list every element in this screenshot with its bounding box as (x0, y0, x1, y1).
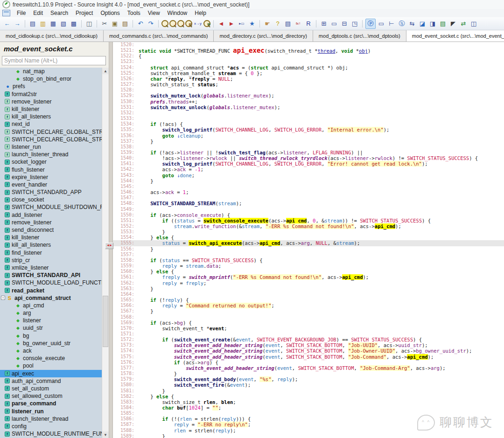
selection-tool-icon[interactable]: ▭ (377, 19, 386, 28)
code-line[interactable]: 1567: } (113, 308, 504, 314)
code-line[interactable]: 1530: prefs.threads++; (113, 99, 504, 104)
code-line[interactable]: 1559: reply = stream.data; (113, 263, 504, 269)
search-project-icon[interactable]: ✉ (203, 20, 210, 27)
code-line[interactable]: 1545: (113, 184, 504, 189)
code-line[interactable]: 1565: if (!reply) { (113, 297, 504, 303)
symbol-item[interactable]: ◆bg (0, 332, 102, 340)
undo-icon[interactable]: ↶ (136, 19, 145, 28)
code-line[interactable]: 1534: if (!acs) { (113, 121, 504, 127)
symbol-item[interactable]: fSWITCH_MODULE_SHUTDOWN_F (0, 203, 102, 211)
code-line[interactable]: 1526: char *reply, *freply = NULL; (113, 76, 504, 82)
menu-search[interactable]: Search (47, 9, 72, 17)
replace-icon[interactable]: x→y (193, 19, 203, 28)
code-line[interactable]: 1523: (113, 59, 504, 64)
code-line[interactable]: 1555: status = switch_api_execute(acs->a… (113, 240, 504, 246)
symbol-item[interactable]: fkill_all_listeners (0, 241, 102, 249)
symbol-item[interactable]: flaunch_listener_thread (0, 415, 102, 423)
scrollbar-thumb[interactable] (103, 296, 108, 347)
navigate-forward-icon[interactable]: → (13, 19, 22, 28)
help-book-icon[interactable]: ▤ (283, 19, 293, 28)
code-line[interactable]: 1544: } (113, 178, 504, 184)
symbol-item[interactable]: fkill_listener (0, 105, 102, 113)
symbol-item[interactable]: -Sapi_command_struct (0, 294, 102, 302)
symbol-item[interactable]: fkill_all_listeners (0, 113, 102, 120)
layout-grid-icon[interactable]: ⊞ (319, 19, 329, 28)
code-line[interactable]: 1589: } (113, 433, 504, 438)
tree-collapse-icon[interactable]: - (1, 296, 5, 300)
code-line[interactable]: 1525: switch_stream_handle_t stream = { … (113, 70, 504, 76)
source-link-icon[interactable]: ◤ (448, 19, 458, 28)
code-line[interactable]: 1522:{ (113, 53, 504, 59)
code-line[interactable]: 1531: switch_mutex_unlock(globals.listen… (113, 104, 504, 110)
code-line[interactable]: 1557: (113, 252, 504, 257)
symbol-item[interactable]: ◆uuid_str (0, 324, 102, 332)
menu-file[interactable]: File (13, 9, 29, 17)
code-line[interactable]: 1575: switch_event_add_header_string(eve… (113, 354, 504, 360)
code-line[interactable]: 1541: switch_log_printf(SWITCH_CHANNEL_L… (113, 161, 504, 167)
symbol-item[interactable]: fkill_listener (0, 234, 102, 241)
symbol-item[interactable]: fparse_command (0, 400, 102, 407)
context-window-icon[interactable]: ◪ (418, 19, 427, 28)
symbol-item[interactable]: ◆ack (0, 347, 102, 355)
symbol-item[interactable]: fadd_listener (0, 211, 102, 219)
browse-symbol-icon[interactable]: ☛ (263, 19, 272, 28)
symbol-item[interactable]: ◆pool (0, 362, 102, 369)
function-up-icon[interactable]: fx↑ (294, 19, 303, 28)
save-as-icon[interactable]: ▧ (59, 19, 68, 28)
code-line[interactable]: 1536: goto ↓cleanup; (113, 133, 504, 139)
symbol-item[interactable]: ◆nat_map (0, 68, 102, 75)
layout-full-icon[interactable]: ▭ (329, 19, 339, 28)
code-line[interactable]: 1528: (113, 87, 504, 93)
code-line[interactable]: 1579: switch_event_add_body(event, "%s",… (113, 376, 504, 382)
symbol-item[interactable]: fnext_id (0, 120, 102, 128)
code-line[interactable]: 1538: (113, 144, 504, 150)
symbol-item[interactable]: fremove_listener (0, 219, 102, 226)
code-line[interactable]: 1572: if (switch_event_create(&event, SW… (113, 337, 504, 342)
symbol-window-toggle-icon[interactable]: Ⓢ (397, 19, 406, 28)
scroll-down-icon[interactable]: ▼ (102, 431, 109, 438)
open-file-icon[interactable]: ▥ (38, 19, 48, 28)
code-line[interactable]: 1580: switch_event_fire(&event); (113, 382, 504, 388)
code-line[interactable]: 1539: if (!acs->listener || !switch_test… (113, 150, 504, 155)
symbol-item[interactable]: fapi_exec (0, 370, 102, 377)
menu-edit[interactable]: Edit (29, 9, 47, 17)
run-script-icon[interactable]: R (304, 19, 313, 28)
split-window-icon[interactable]: ◫ (469, 19, 478, 28)
code-line[interactable]: 1569: if (acs->bg) { (113, 320, 504, 326)
navigate-back-icon[interactable]: ← (2, 19, 12, 28)
symbol-item[interactable]: ◆console_execute (0, 355, 102, 362)
menu-view[interactable]: View (144, 9, 164, 17)
code-line[interactable]: 1552: stream.write_function(&stream, "-E… (113, 223, 504, 229)
parse-source-icon[interactable]: Ⓟ (365, 19, 376, 29)
symbol-item[interactable]: fauth_api_command (0, 377, 102, 385)
project-window-icon[interactable]: ◨ (428, 19, 437, 28)
symbol-item[interactable]: fSWITCH_MODULE_RUNTIME_FUN (0, 430, 102, 438)
scroll-up-icon[interactable]: ▲ (102, 68, 109, 74)
save-file-icon[interactable]: ▦ (49, 19, 58, 28)
new-file-icon[interactable]: ▤ (28, 19, 37, 28)
code-editor[interactable]: 1520:1521:static void *SWITCH_THREAD_FUN… (113, 42, 504, 438)
code-line[interactable]: 1558: if (status == SWITCH_STATUS_SUCCES… (113, 257, 504, 263)
pane-splitter[interactable] (109, 42, 113, 438)
code-line[interactable]: 1571: (113, 331, 504, 337)
call-tree-icon[interactable]: ⊢ (387, 19, 396, 28)
symbol-item[interactable]: fxmlize_listener (0, 264, 102, 271)
code-line[interactable]: 1553: } (113, 229, 504, 235)
layout-cascade-icon[interactable]: ◳ (350, 19, 359, 28)
code-line[interactable]: 1577: switch_event_add_header_string(eve… (113, 365, 504, 371)
code-line[interactable]: 1540: !acs->listener->rwlock || switch_t… (113, 155, 504, 161)
code-line[interactable]: 1563: } (113, 286, 504, 292)
code-line[interactable]: 1543: goto ↓done; (113, 173, 504, 178)
layout-rows-icon[interactable]: ⊟ (340, 19, 349, 28)
code-line[interactable]: 1576: if (acs->arg) { (113, 360, 504, 365)
code-line[interactable]: 1537: } (113, 139, 504, 144)
code-line[interactable]: 1568: (113, 314, 504, 320)
relation-window-icon[interactable]: ⇆ (407, 19, 417, 28)
jump-forward-reference-icon[interactable]: ► (227, 19, 236, 28)
code-line[interactable]: 1564: (113, 292, 504, 297)
code-line[interactable]: 1584: char buf[1024] = ""; (113, 405, 504, 410)
jump-back-reference-icon[interactable]: ◄ (217, 19, 226, 28)
redo-icon[interactable]: ↷ (146, 19, 155, 28)
code-line[interactable]: 1551: if ((status = switch_console_execu… (113, 218, 504, 223)
code-line[interactable]: 1542: acs->ack = -1; (113, 167, 504, 172)
